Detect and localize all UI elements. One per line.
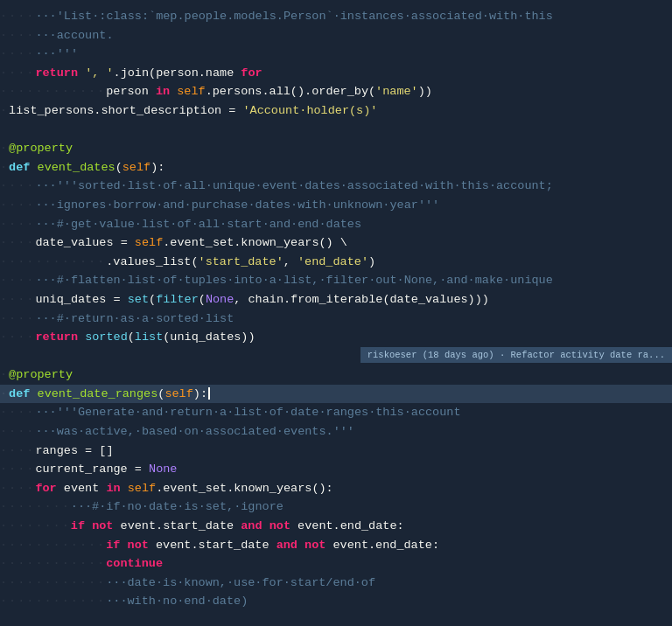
token-comment: ···#·if·no·date·is·set,·ignore bbox=[71, 500, 284, 513]
token-plain bbox=[121, 482, 128, 495]
code-lines: ·······'List·:class:`mep.people.models.P… bbox=[0, 0, 672, 618]
code-line: ····return ', '.join(person.name for bbox=[0, 64, 672, 83]
line-content: ········if not event.start_date and not … bbox=[0, 517, 672, 536]
token-plain: event.end_date: bbox=[290, 519, 404, 532]
line-content: ····uniq_dates = set(filter(None, chain.… bbox=[0, 290, 672, 310]
code-line: ····date_values = self.event_set.known_y… bbox=[0, 233, 672, 253]
token-variable: person bbox=[106, 85, 149, 98]
line-content: ····current_range = None bbox=[0, 460, 672, 479]
token-self-kw: self bbox=[122, 161, 150, 174]
token-func-name: event_dates bbox=[38, 161, 116, 174]
token-func-name: event_date_ranges bbox=[38, 387, 158, 400]
line-content: ····for event in self.event_set.known_ye… bbox=[0, 479, 672, 498]
code-line: ············if not event.start_date and … bbox=[0, 536, 672, 555]
line-content: ·······#·get·value·list·of·all·start·and… bbox=[0, 215, 672, 234]
token-kw-if: if bbox=[71, 519, 85, 532]
token-comment: ···was·active,·based·on·associated·event… bbox=[35, 425, 354, 438]
token-kw-for: for bbox=[241, 66, 262, 80]
token-variable: current_range bbox=[35, 463, 127, 476]
line-content: ·······was·active,·based·on·associated·e… bbox=[0, 422, 672, 442]
token-kw-not: not bbox=[92, 519, 113, 532]
code-editor: ·······'List·:class:`mep.people.models.P… bbox=[0, 0, 672, 626]
line-content: ····return ', '.join(person.name for bbox=[0, 64, 672, 83]
token-kw-if: if bbox=[106, 539, 120, 552]
code-line: ·@property bbox=[0, 139, 672, 158]
token-plain: .event_set.known_years(): bbox=[156, 482, 333, 495]
line-content: ·······#·return·as·a·sorted·list bbox=[0, 310, 672, 329]
token-comment: ···'List·:class:`mep.people.models.Perso… bbox=[35, 10, 552, 23]
token-comment: ···'''sorted·list·of·all·unique·event·da… bbox=[35, 179, 552, 192]
token-plain: , chain.from_iterable(date_values))) bbox=[234, 293, 489, 306]
token-plain: (uniq_dates)) bbox=[163, 330, 255, 344]
token-plain: ( bbox=[149, 293, 156, 306]
blame-tooltip: riskoeser (18 days ago) · Refactor activ… bbox=[360, 347, 672, 364]
token-kw-and: and bbox=[241, 519, 262, 532]
token-none-kw: None bbox=[206, 293, 234, 306]
token-kw-in: in bbox=[106, 482, 120, 495]
code-line: ·······''' bbox=[0, 45, 672, 64]
token-kw-in: in bbox=[156, 85, 170, 98]
token-plain: = bbox=[128, 463, 149, 476]
token-kw-def: def bbox=[9, 161, 30, 174]
line-content: ·def event_dates(self): bbox=[0, 158, 672, 177]
token-comment: ···'''Generate·and·return·a·list·of·date… bbox=[35, 406, 460, 419]
token-kw-def: def bbox=[9, 387, 30, 400]
code-line: ·······'''Generate·and·return·a·list·of·… bbox=[0, 403, 672, 422]
token-plain: = [] bbox=[78, 444, 114, 457]
token-kw-return: return bbox=[35, 66, 78, 80]
code-line: ·······#·return·as·a·sorted·list bbox=[0, 310, 672, 329]
token-plain: .name bbox=[199, 66, 242, 80]
code-line: ·······ignores·borrow·and·purchase·dates… bbox=[0, 196, 672, 215]
code-line: ············person in self.persons.all()… bbox=[0, 82, 672, 101]
token-self-kw: self bbox=[128, 482, 156, 495]
token-plain: event.start_date bbox=[113, 519, 241, 532]
token-comment: ···''' bbox=[35, 47, 78, 60]
line-content: ············if not event.start_date and … bbox=[0, 536, 672, 555]
line-content: ·······#·flatten·list·of·tuples·into·a·l… bbox=[0, 271, 672, 290]
token-plain bbox=[262, 519, 270, 532]
code-line: ············.values_list('start_date', '… bbox=[0, 253, 672, 272]
line-content: ···············date·is·known,·use·for·st… bbox=[0, 574, 672, 593]
line-content: ·@property bbox=[0, 365, 672, 385]
code-line: ····uniq_dates = set(filter(None, chain.… bbox=[0, 290, 672, 310]
text-cursor bbox=[208, 387, 210, 400]
token-decorator: @property bbox=[9, 368, 73, 381]
token-kw-and: and bbox=[276, 539, 298, 552]
token-plain bbox=[120, 539, 127, 552]
code-line: ····for event in self.event_set.known_ye… bbox=[0, 479, 672, 498]
token-variable: person bbox=[156, 66, 199, 80]
line-content: ············.values_list('start_date', '… bbox=[0, 253, 672, 272]
code-line: ·······account. bbox=[0, 26, 672, 45]
token-kw-not: not bbox=[270, 519, 290, 532]
line-content: ····ranges = [] bbox=[0, 442, 672, 461]
code-line: ·list_persons.short_description = 'Accou… bbox=[0, 101, 672, 121]
token-plain: )) bbox=[418, 85, 432, 98]
token-kw-not: not bbox=[304, 539, 326, 552]
code-line: ·······'''sorted·list·of·all·unique·even… bbox=[0, 177, 672, 196]
token-plain bbox=[298, 539, 304, 552]
line-content: ·@property bbox=[0, 139, 672, 158]
code-line: ····ranges = [] bbox=[0, 442, 672, 461]
token-variable: date_values bbox=[35, 236, 113, 249]
code-line: ·def event_dates(self): bbox=[0, 158, 672, 177]
token-plain: = bbox=[114, 236, 135, 249]
token-builtin: filter bbox=[156, 293, 199, 306]
token-variable: ranges bbox=[35, 444, 78, 457]
token-comment: ···#·get·value·list·of·all·start·and·end… bbox=[35, 218, 361, 231]
token-comment: ···with·no·end·date) bbox=[106, 595, 248, 608]
code-line: ·······#·flatten·list·of·tuples·into·a·l… bbox=[0, 271, 672, 290]
token-self-kw: self bbox=[135, 236, 163, 249]
code-line: ····return sorted(list(uniq_dates)) bbox=[0, 328, 672, 347]
token-self-kw: self bbox=[164, 387, 192, 400]
token-plain: ): bbox=[193, 387, 207, 400]
token-builtin: set bbox=[128, 293, 149, 306]
token-plain: = bbox=[106, 293, 127, 306]
line-content: ·list_persons.short_description = 'Accou… bbox=[0, 101, 672, 121]
line-content: ····return sorted(list(uniq_dates)) bbox=[0, 328, 672, 347]
token-string: 'name' bbox=[375, 85, 418, 98]
code-line: ·def event_date_ranges(self): bbox=[0, 385, 672, 404]
line-content: ·······'''Generate·and·return·a·list·of·… bbox=[0, 403, 672, 422]
token-plain: ) bbox=[368, 255, 375, 268]
token-kw-not: not bbox=[128, 539, 149, 552]
line-content: ·def event_date_ranges(self): bbox=[0, 385, 672, 404]
